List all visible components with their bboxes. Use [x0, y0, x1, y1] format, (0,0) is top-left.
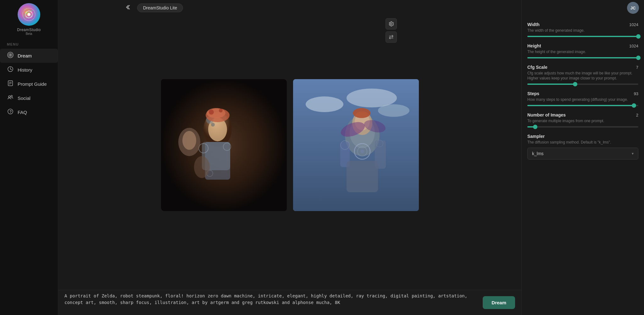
sampler-setting: Sampler The diffusion sampling method. D…: [527, 134, 638, 160]
steps-header: Steps 93: [527, 91, 638, 96]
generated-image-2: [293, 79, 419, 211]
chevron-down-icon: ▾: [632, 151, 634, 156]
dream-button[interactable]: Dream: [483, 296, 515, 309]
sidebar-item-dream[interactable]: Dream: [0, 49, 58, 63]
image-placeholder-2: [293, 79, 419, 211]
svg-point-14: [11, 95, 13, 97]
history-icon: [7, 66, 14, 74]
sampler-label: Sampler: [527, 134, 545, 139]
height-desc: The height of the generated image.: [527, 49, 638, 55]
steps-slider-thumb: [632, 103, 636, 108]
num-images-desc: To generate multiple images from one pro…: [527, 118, 638, 124]
num-images-header: Number of Images 2: [527, 112, 638, 117]
logo-wrap: DreamStudio Beta: [17, 3, 41, 35]
sampler-value: k_lms: [532, 151, 544, 156]
cfg-scale-desc: Cfg scale adjusts how much the image wil…: [527, 71, 638, 81]
svg-point-30: [194, 156, 210, 178]
avatar[interactable]: JC: [627, 2, 639, 14]
history-label: History: [18, 67, 32, 73]
cfg-scale-slider-track[interactable]: [527, 84, 638, 85]
svg-rect-51: [347, 161, 378, 192]
prompt-guide-icon: [7, 80, 14, 88]
logo-beta: Beta: [26, 32, 32, 35]
cfg-scale-value: 7: [636, 65, 638, 70]
height-value: 1024: [629, 44, 638, 48]
svg-point-34: [219, 109, 223, 112]
images-area: [58, 0, 521, 290]
prompt-input[interactable]: A portrait of Zelda, robot steampunk, fl…: [64, 293, 478, 312]
menu-label: MENU: [0, 42, 19, 46]
sampler-dropdown[interactable]: k_lms ▾: [527, 148, 638, 160]
sidebar-item-history[interactable]: History: [0, 63, 58, 77]
width-slider-fill: [527, 36, 638, 37]
steps-setting: Steps 93 How many steps to spend generat…: [527, 91, 638, 106]
svg-point-13: [8, 96, 10, 98]
width-desc: The width of the generated image.: [527, 28, 638, 33]
image-placeholder-1: [161, 79, 287, 211]
num-images-value: 2: [636, 113, 638, 117]
prompt-guide-label: Prompt Guide: [18, 81, 47, 87]
faq-icon: ?: [7, 108, 14, 116]
num-images-slider-track[interactable]: [527, 126, 638, 128]
sampler-desc: The diffusion sampling method. Default i…: [527, 140, 638, 145]
steps-value: 93: [634, 91, 638, 96]
svg-point-29: [182, 131, 196, 150]
height-slider-fill: [527, 57, 638, 58]
svg-point-7: [10, 54, 11, 56]
sidebar: DreamStudio Beta MENU Dream History: [0, 0, 58, 315]
cfg-scale-label: Cfg Scale: [527, 65, 547, 70]
steps-label: Steps: [527, 91, 539, 96]
topbar: DreamStudio Lite JC: [116, 0, 644, 16]
sidebar-nav: Dream History Prompt Guide: [0, 49, 58, 119]
sampler-header: Sampler: [527, 134, 638, 139]
svg-point-38: [378, 104, 409, 117]
height-label: Height: [527, 43, 541, 48]
width-header: Width 1024: [527, 22, 638, 27]
settings-icon-btn[interactable]: [386, 18, 397, 30]
cfg-scale-slider-thumb: [573, 82, 577, 86]
prompt-bar: A portrait of Zelda, robot steampunk, fl…: [58, 290, 521, 315]
height-setting: Height 1024 The height of the generated …: [527, 43, 638, 58]
num-images-label: Number of Images: [527, 112, 566, 117]
steps-slider-fill: [527, 105, 634, 106]
svg-point-43: [353, 108, 370, 118]
logo-title: DreamStudio: [17, 28, 41, 32]
right-panel: Width 1024 The width of the generated im…: [521, 0, 644, 315]
width-slider-thumb: [636, 34, 641, 39]
dream-label: Dream: [18, 53, 32, 58]
social-icon: [7, 94, 14, 102]
svg-point-48: [360, 149, 364, 153]
tab-dreamstudio-lite[interactable]: DreamStudio Lite: [137, 3, 183, 12]
svg-point-22: [211, 123, 215, 127]
svg-point-2: [27, 13, 31, 16]
cfg-scale-slider-fill: [527, 84, 575, 85]
dream-icon: [7, 52, 14, 60]
generated-image-1: [161, 79, 287, 211]
panel-icons: [386, 18, 397, 43]
main-content: A portrait of Zelda, robot steampunk, fl…: [58, 0, 521, 315]
faq-label: FAQ: [18, 110, 27, 115]
height-header: Height 1024: [527, 43, 638, 48]
steps-desc: How many steps to spend generating (diff…: [527, 97, 638, 102]
cfg-scale-setting: Cfg Scale 7 Cfg scale adjusts how much t…: [527, 65, 638, 85]
num-images-slider-thumb: [533, 125, 537, 129]
back-button[interactable]: [121, 3, 133, 14]
svg-point-33: [209, 110, 214, 115]
sidebar-item-social[interactable]: Social: [0, 91, 58, 105]
social-label: Social: [18, 95, 31, 101]
svg-point-36: [306, 96, 343, 112]
logo-icon: [18, 3, 40, 26]
width-value: 1024: [629, 22, 638, 27]
sidebar-item-faq[interactable]: ? FAQ: [0, 105, 58, 119]
cfg-scale-header: Cfg Scale 7: [527, 65, 638, 70]
sidebar-item-prompt-guide[interactable]: Prompt Guide: [0, 77, 58, 91]
height-slider-thumb: [636, 56, 641, 60]
steps-slider-track[interactable]: [527, 105, 638, 106]
num-images-setting: Number of Images 2 To generate multiple …: [527, 112, 638, 128]
width-slider-track[interactable]: [527, 36, 638, 37]
height-slider-track[interactable]: [527, 57, 638, 58]
swap-icon-btn[interactable]: [386, 31, 397, 43]
width-setting: Width 1024 The width of the generated im…: [527, 22, 638, 37]
width-label: Width: [527, 22, 540, 27]
svg-text:?: ?: [9, 110, 12, 114]
